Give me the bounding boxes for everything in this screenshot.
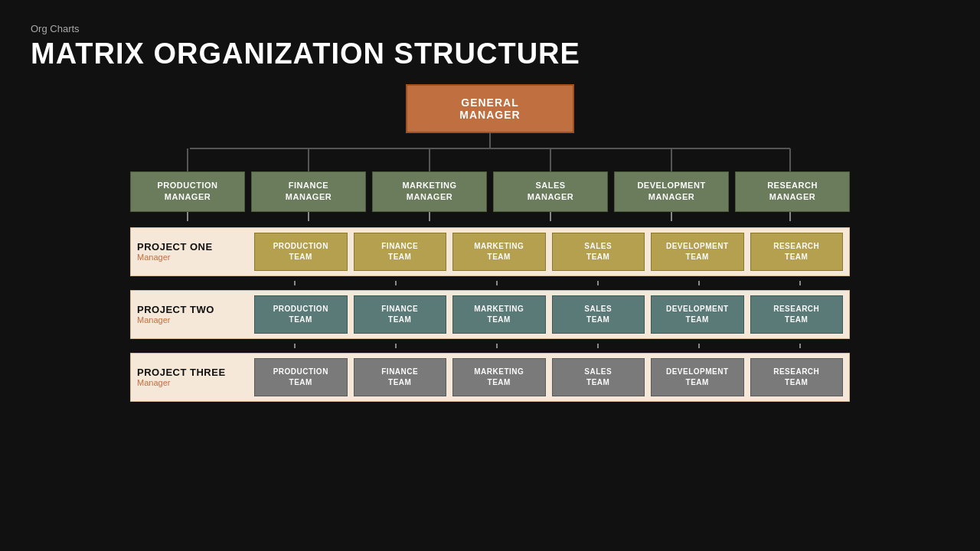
p2-research-team: RESEARCHTEAM — [750, 295, 844, 334]
project-three-label: PROJECT THREE Manager — [137, 367, 248, 387]
p1-finance-team: FINANCETEAM — [354, 233, 447, 271]
project-one-label: PROJECT ONE Manager — [137, 241, 248, 262]
manager-production: PRODUCTIONMANAGER — [130, 171, 245, 212]
p3-marketing-team: MARKETINGTEAM — [452, 358, 546, 396]
p2-marketing-team: MARKETINGTEAM — [452, 295, 546, 334]
project-one-name: PROJECT ONE — [137, 241, 248, 253]
subtitle: Org Charts — [31, 23, 949, 34]
manager-finance: FINANCEMANAGER — [251, 171, 366, 212]
project-two-manager: Manager — [137, 315, 248, 324]
project-row-three: PROJECT THREE Manager PRODUCTIONTEAM FIN… — [130, 353, 850, 402]
page-title: MATRIX ORGANIZATION STRUCTURE — [31, 37, 949, 70]
project-two-teams: PRODUCTIONTEAM FINANCETEAM MARKETINGTEAM… — [254, 295, 843, 334]
projects-area: PROJECT ONE Manager PRODUCTIONTEAM FINAN… — [130, 227, 850, 402]
project-one-teams: PRODUCTIONTEAM FINANCETEAM MARKETINGTEAM… — [254, 233, 843, 271]
connector-svg — [130, 133, 850, 171]
p3-research-team: RESEARCHTEAM — [750, 358, 844, 396]
p1-research-team: RESEARCHTEAM — [750, 233, 844, 271]
p1-sales-team: SALESTEAM — [552, 233, 645, 271]
manager-research: RESEARCHMANAGER — [735, 171, 850, 212]
p2-production-team: PRODUCTIONTEAM — [254, 295, 348, 334]
chart-area: GENERAL MANAGER PRODUCTIONMANAGER FINANC… — [31, 84, 949, 536]
project-two-label: PROJECT TWO Manager — [137, 304, 248, 324]
project-row-two: PROJECT TWO Manager PRODUCTIONTEAM FINAN… — [130, 290, 850, 339]
p3-sales-team: SALESTEAM — [552, 358, 645, 396]
managers-row: PRODUCTIONMANAGER FINANCEMANAGER MARKETI… — [130, 171, 850, 212]
project-one-manager: Manager — [137, 253, 248, 262]
project-two-name: PROJECT TWO — [137, 304, 248, 315]
project-three-teams: PRODUCTIONTEAM FINANCETEAM MARKETINGTEAM… — [254, 358, 843, 396]
p1-marketing-team: MARKETINGTEAM — [452, 233, 546, 271]
mgr-to-p1-svg — [130, 212, 850, 221]
p1-production-team: PRODUCTIONTEAM — [254, 233, 348, 271]
p3-finance-team: FINANCETEAM — [354, 358, 447, 396]
p2-finance-team: FINANCETEAM — [354, 295, 447, 334]
manager-development: DEVELOPMENTMANAGER — [614, 171, 729, 212]
page: Org Charts MATRIX ORGANIZATION STRUCTURE… — [0, 0, 980, 551]
p1-p2-conn — [130, 281, 850, 285]
project-three-manager: Manager — [137, 378, 248, 387]
p2-development-team: DEVELOPMENTTEAM — [651, 295, 744, 334]
p3-development-team: DEVELOPMENTTEAM — [651, 358, 744, 396]
p3-production-team: PRODUCTIONTEAM — [254, 358, 348, 396]
manager-marketing: MARKETINGMANAGER — [372, 171, 487, 212]
project-three-name: PROJECT THREE — [137, 367, 248, 378]
p2-p3-conn — [130, 344, 850, 348]
gm-box: GENERAL MANAGER — [406, 84, 574, 133]
p2-sales-team: SALESTEAM — [552, 295, 645, 334]
manager-sales: SALESMANAGER — [493, 171, 608, 212]
p1-development-team: DEVELOPMENTTEAM — [651, 233, 744, 271]
project-row-one: PROJECT ONE Manager PRODUCTIONTEAM FINAN… — [130, 227, 850, 276]
